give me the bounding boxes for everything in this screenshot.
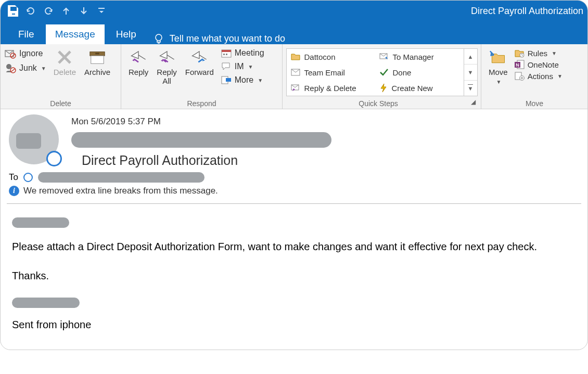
quickstep-create-new[interactable]: Create New (375, 80, 464, 96)
next-item-button[interactable] (79, 6, 89, 16)
signature-name-redacted (12, 298, 80, 308)
forward-button[interactable]: Forward (181, 46, 218, 77)
ribbon-group-delete: Ignore Junk▼ Delete (1, 44, 121, 109)
tab-help[interactable]: Help (107, 24, 146, 44)
sender-avatar (9, 114, 59, 164)
ignore-icon (5, 48, 16, 59)
svg-text:N: N (516, 62, 519, 68)
presence-indicator (46, 151, 62, 166)
group-label-move: Move (484, 98, 584, 108)
quickstep-team-email[interactable]: Team Email (287, 65, 375, 80)
svg-rect-16 (223, 54, 225, 55)
actions-button[interactable]: Actions▼ (514, 71, 563, 81)
im-icon (221, 62, 232, 71)
recipient-presence-icon (23, 173, 33, 182)
group-label-quicksteps: Quick Steps (286, 98, 471, 108)
more-icon (221, 75, 232, 85)
recipient-name-redacted (38, 172, 204, 183)
save-button[interactable] (8, 6, 18, 16)
info-icon: i (9, 186, 19, 196)
ribbon-group-respond: Reply Reply All Forward (121, 44, 283, 109)
gallery-up-button[interactable]: ▲ (464, 49, 477, 65)
quickstep-reply-delete[interactable]: Reply & Delete (287, 80, 375, 96)
message-datetime: Mon 5/6/2019 5:37 PM (71, 114, 579, 127)
junk-icon (5, 63, 16, 73)
prev-item-button[interactable] (61, 6, 71, 16)
tell-me-label: Tell me what you want to do (170, 33, 285, 44)
gallery-scroll: ▲ ▼ ▼ (464, 49, 477, 96)
forward-icon (190, 48, 208, 66)
window-title: Direct Payroll Authorization (471, 6, 583, 17)
group-label-respond: Respond (124, 98, 279, 108)
onenote-icon: N (514, 60, 525, 69)
quicksteps-launcher[interactable]: ◢ (471, 98, 478, 108)
message-header: Mon 5/6/2019 5:37 PM Direct Payroll Auth… (1, 109, 587, 203)
tell-me-search[interactable]: Tell me what you want to do (153, 33, 285, 44)
meeting-button[interactable]: Meeting (221, 48, 264, 58)
rules-button[interactable]: Rules▼ (514, 48, 563, 58)
svg-line-8 (11, 69, 15, 72)
reply-all-button[interactable]: Reply All (152, 46, 181, 85)
junk-button[interactable]: Junk▼ (5, 63, 46, 73)
body-paragraph-2: Thanks. (12, 268, 576, 283)
archive-button[interactable]: Archive (80, 46, 114, 77)
reply-icon (130, 48, 147, 66)
body-paragraph-1: Please attach a Direct Deposit Authoriza… (12, 239, 576, 254)
title-bar: Direct Payroll Authorization (1, 1, 587, 21)
rules-icon (514, 48, 525, 58)
menu-bar: File Message Help Tell me what you want … (1, 21, 587, 44)
ribbon: Ignore Junk▼ Delete (1, 44, 587, 109)
gallery-down-button[interactable]: ▼ (464, 65, 477, 80)
svg-rect-0 (98, 8, 105, 9)
lightbulb-icon (153, 33, 164, 44)
info-bar-text: We removed extra line breaks from this m… (23, 186, 218, 196)
svg-rect-15 (222, 50, 231, 52)
im-button[interactable]: IM▼ (221, 62, 264, 71)
customize-qat-button[interactable] (96, 6, 107, 16)
lightning-icon (379, 83, 388, 93)
tab-file[interactable]: File (9, 24, 44, 44)
actions-icon (514, 71, 525, 81)
reply-delete-icon (291, 84, 300, 92)
archive-icon (88, 48, 106, 66)
sender-name-redacted (71, 132, 331, 148)
quickstep-dattocon[interactable]: Dattocon (287, 49, 375, 65)
quickstep-done[interactable]: Done (375, 65, 464, 80)
move-button[interactable]: Move▼ (484, 46, 512, 85)
ribbon-group-move: Move▼ Rules▼ N OneNote Actions▼ (481, 44, 587, 109)
tab-message[interactable]: Message (46, 24, 105, 44)
ignore-button[interactable]: Ignore (5, 48, 46, 59)
quickstep-to-manager[interactable]: To Manager (375, 49, 464, 65)
delete-button[interactable]: Delete (49, 46, 80, 77)
svg-rect-13 (95, 53, 99, 55)
mail-forward-icon (379, 53, 389, 60)
group-label-delete: Delete (4, 98, 118, 108)
ribbon-group-quicksteps: Dattocon To Manager ▲ ▼ ▼ Team Email (283, 44, 481, 109)
quicksteps-gallery: Dattocon To Manager ▲ ▼ ▼ Team Email (286, 48, 478, 96)
gallery-more-button[interactable]: ▼ (464, 81, 477, 96)
calendar-icon (221, 48, 232, 58)
signature-line: Sent from iphone (12, 317, 576, 332)
reply-button[interactable]: Reply (124, 46, 152, 77)
folder-icon (291, 53, 300, 61)
redo-button[interactable] (43, 6, 54, 16)
outlook-window: Direct Payroll Authorization File Messag… (0, 0, 588, 350)
onenote-button[interactable]: N OneNote (514, 60, 563, 69)
svg-rect-12 (91, 56, 104, 63)
to-label: To (9, 172, 18, 183)
delete-icon (56, 48, 73, 66)
recipients-row: To (9, 168, 579, 183)
move-folder-icon (489, 48, 507, 66)
more-respond-button[interactable]: More▼ (221, 75, 264, 85)
mail-icon (291, 69, 300, 76)
check-icon (379, 68, 389, 76)
greeting-redacted (12, 217, 69, 228)
svg-rect-17 (226, 54, 227, 55)
quick-access-toolbar (5, 6, 107, 16)
message-subject: Direct Payroll Authorization (82, 153, 579, 168)
reply-all-icon (158, 48, 176, 66)
message-body: Please attach a Direct Deposit Authoriza… (1, 204, 587, 350)
svg-point-1 (156, 34, 162, 41)
info-bar: i We removed extra line breaks from this… (9, 183, 579, 200)
undo-button[interactable] (25, 6, 36, 16)
